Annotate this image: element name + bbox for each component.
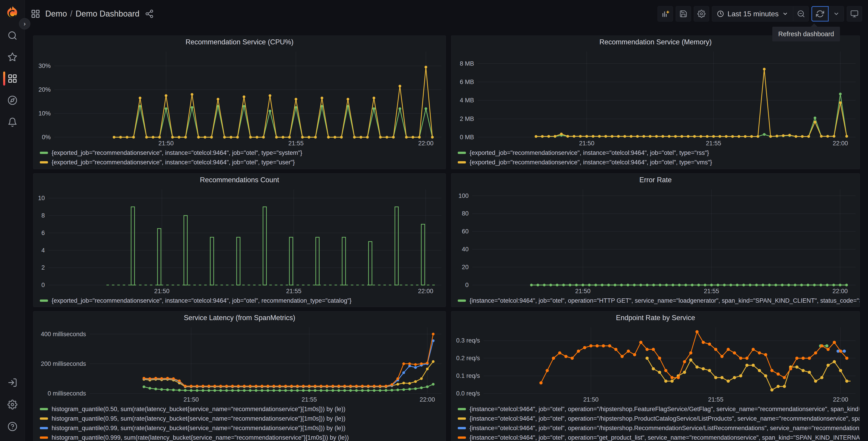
svg-text:0.2 req/s: 0.2 req/s <box>456 355 480 361</box>
svg-text:21:55: 21:55 <box>302 396 317 403</box>
help-icon[interactable] <box>7 421 18 432</box>
legend-swatch-icon <box>40 427 48 429</box>
svg-text:60: 60 <box>462 228 469 235</box>
count-chart-plot[interactable]: 21:5021:5522:000246810 <box>33 186 445 295</box>
breadcrumb: Demo/Demo Dashboard <box>45 9 140 19</box>
svg-text:22:00: 22:00 <box>833 288 848 295</box>
refresh-dashboard-button[interactable] <box>811 6 829 22</box>
svg-text:21:50: 21:50 <box>579 140 594 147</box>
legend-swatch-icon <box>40 408 48 410</box>
expand-sidebar-button[interactable]: › <box>19 18 30 29</box>
svg-text:4 MB: 4 MB <box>460 97 474 104</box>
legend-item[interactable]: {exported_job="recommendationservice", i… <box>40 157 445 167</box>
legend-item[interactable]: {instance="otelcol:9464", job="otel", op… <box>458 433 860 441</box>
svg-text:0 MB: 0 MB <box>460 134 474 141</box>
endpoint-rate-legend: {instance="otelcol:9464", job="otel", op… <box>452 404 860 441</box>
legend-item[interactable]: {instance="otelcol:9464", job="otel", op… <box>458 414 860 423</box>
panel-title[interactable]: Endpoint Rate by Service <box>452 312 860 324</box>
search-icon[interactable] <box>7 31 18 40</box>
tooltip-text: Refresh dashboard <box>778 30 834 37</box>
alerting-icon[interactable] <box>7 117 18 127</box>
share-icon[interactable] <box>145 9 154 18</box>
legend-label: {instance="otelcol:9464", job="otel", op… <box>469 434 860 441</box>
svg-text:100: 100 <box>459 193 469 199</box>
legend-swatch-icon <box>458 161 466 164</box>
latency-chart-plot[interactable]: 21:5021:5522:000 milliseconds200 millise… <box>33 324 445 404</box>
svg-text:21:50: 21:50 <box>583 396 599 403</box>
clock-icon <box>717 10 724 17</box>
svg-text:21:55: 21:55 <box>704 288 719 295</box>
svg-text:200 milliseconds: 200 milliseconds <box>41 360 86 367</box>
svg-text:8 MB: 8 MB <box>460 60 474 67</box>
legend-label: histogram_quantile(0.50, sum(rate(latenc… <box>52 406 345 413</box>
legend-label: {exported_job="recommendationservice", i… <box>469 149 709 156</box>
error-rate-chart-plot[interactable]: 21:5021:5522:00020406080100 <box>452 186 860 295</box>
panel-title[interactable]: Recommendations Count <box>33 174 445 186</box>
svg-text:21:50: 21:50 <box>575 288 591 295</box>
legend-item[interactable]: histogram_quantile(0.999, sum(rate(laten… <box>40 433 445 441</box>
svg-text:10: 10 <box>38 195 45 202</box>
legend-item[interactable]: {instance="otelcol:9464", job="otel", op… <box>458 423 860 433</box>
legend-item[interactable]: histogram_quantile(0.95, sum(rate(latenc… <box>40 414 445 423</box>
legend-item[interactable]: histogram_quantile(0.50, sum(rate(latenc… <box>40 404 445 414</box>
time-range-label: Last 15 minutes <box>727 10 779 18</box>
refresh-tooltip: Refresh dashboard <box>772 27 840 41</box>
panel-title[interactable]: Service Latency (from SpanMetrics) <box>33 312 445 324</box>
legend-item[interactable]: {exported_job="recommendationservice", i… <box>40 148 445 157</box>
dashboard-settings-button[interactable] <box>694 6 709 22</box>
legend-item[interactable]: {instance="otelcol:9464", job="otel", op… <box>458 296 860 305</box>
legend-item[interactable]: {instance="otelcol:9464", job="otel", op… <box>458 404 860 414</box>
time-range-picker[interactable]: Last 15 minutes <box>712 6 793 22</box>
panel-title[interactable]: Recommendation Service (CPU%) <box>33 36 445 49</box>
svg-text:30%: 30% <box>38 62 51 69</box>
sign-in-icon[interactable] <box>7 378 18 388</box>
endpoint-rate-chart-plot[interactable]: 21:5021:5522:000.0 req/s0.1 req/s0.2 req… <box>452 324 860 404</box>
svg-text:22:00: 22:00 <box>418 140 434 147</box>
grafana-logo[interactable] <box>5 5 20 21</box>
refresh-interval-dropdown[interactable] <box>829 6 844 22</box>
svg-text:400 milliseconds: 400 milliseconds <box>41 331 86 337</box>
latency-legend: histogram_quantile(0.50, sum(rate(latenc… <box>33 404 445 441</box>
legend-label: {instance="otelcol:9464", job="otel", op… <box>469 297 860 304</box>
add-panel-button[interactable] <box>657 6 673 22</box>
cpu-chart-plot[interactable]: 21:5021:5522:000%10%20%30% <box>33 49 445 147</box>
breadcrumb-section[interactable]: Demo <box>45 9 67 18</box>
chevron-down-icon <box>833 11 839 17</box>
legend-item[interactable]: {exported_job="recommendationservice", i… <box>458 148 860 157</box>
zoom-out-time-button[interactable] <box>793 6 809 22</box>
svg-text:0.3 req/s: 0.3 req/s <box>456 337 480 344</box>
cpu-legend: {exported_job="recommendationservice", i… <box>33 147 445 169</box>
legend-item[interactable]: histogram_quantile(0.99, sum(rate(latenc… <box>40 423 445 433</box>
breadcrumb-separator: / <box>70 9 72 18</box>
legend-item[interactable]: {exported_job="recommendationservice", i… <box>458 157 860 167</box>
svg-text:4: 4 <box>41 247 45 254</box>
legend-label: {exported_job="recommendationservice", i… <box>52 159 295 166</box>
legend-label: histogram_quantile(0.95, sum(rate(latenc… <box>52 415 345 422</box>
starred-icon[interactable] <box>7 52 18 62</box>
explore-icon[interactable] <box>7 95 18 105</box>
save-dashboard-button[interactable] <box>676 6 691 22</box>
breadcrumb-page[interactable]: Demo Dashboard <box>75 9 140 18</box>
svg-text:0%: 0% <box>42 134 51 141</box>
zoom-out-icon <box>797 10 805 18</box>
svg-text:22:00: 22:00 <box>420 396 435 403</box>
chevron-down-icon <box>782 11 788 17</box>
legend-label: histogram_quantile(0.999, sum(rate(laten… <box>52 434 349 441</box>
panel-count: Recommendations Count 21:5021:5522:00024… <box>33 173 446 307</box>
legend-item[interactable]: {exported_job="recommendationservice", i… <box>40 296 445 305</box>
svg-text:0.0 req/s: 0.0 req/s <box>456 390 480 397</box>
svg-text:10%: 10% <box>38 110 51 117</box>
memory-legend: {exported_job="recommendationservice", i… <box>452 147 860 169</box>
count-legend: {exported_job="recommendationservice", i… <box>33 295 445 307</box>
legend-label: {exported_job="recommendationservice", i… <box>469 159 712 166</box>
panel-error-rate: Error Rate 21:5021:5522:00020406080100 {… <box>451 173 860 307</box>
panel-title[interactable]: Error Rate <box>452 174 860 186</box>
kiosk-mode-button[interactable] <box>847 6 862 22</box>
svg-text:22:00: 22:00 <box>418 288 433 295</box>
settings-icon[interactable] <box>7 400 18 410</box>
svg-text:6: 6 <box>41 230 45 236</box>
dashboards-icon[interactable] <box>7 74 18 84</box>
svg-text:22:00: 22:00 <box>833 396 848 403</box>
memory-chart-plot[interactable]: 21:5021:5522:000 MB2 MB4 MB6 MB8 MB <box>452 49 860 147</box>
legend-swatch-icon <box>40 152 48 154</box>
